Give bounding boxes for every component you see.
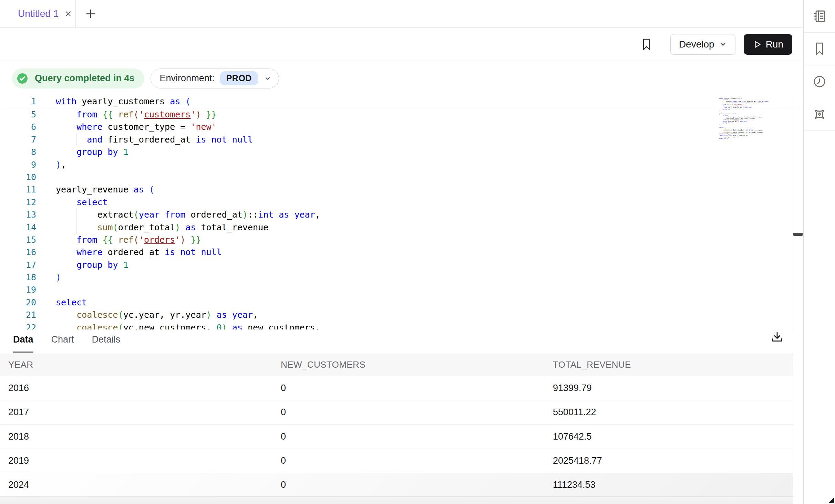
code-text: select [56,196,108,209]
table-cell: 107642.5 [553,431,793,442]
code-text: group by 1 [56,259,128,271]
sidebar-item-history[interactable] [804,65,835,98]
code-line[interactable]: 13 extract(year from ordered_at)::int as… [0,209,803,221]
check-circle-icon [16,72,29,85]
code-text: extract(year from ordered_at)::int as ye… [56,209,320,221]
table-cell: 2018 [8,431,281,442]
download-button[interactable] [771,330,784,343]
status-row: Query completed in 4s Environment: PROD [0,61,803,95]
chevron-down-icon [264,75,271,82]
code-line[interactable]: 11yearly_revenue as ( [0,183,803,196]
code-line[interactable]: 14 sum(order_total) as total_revenue [0,221,803,234]
line-number: 12 [0,196,36,209]
code-text: coalesce(yc.year, yr.year) as year, [56,309,258,321]
line-number: 14 [0,221,36,234]
line-number: 1 [0,95,36,108]
sidebar-item-bookmarks[interactable] [804,33,835,65]
bookmark-icon [641,38,652,51]
plus-icon [85,8,96,20]
line-number: 19 [0,284,36,296]
code-text: coalesce(yc.new_customers, 0) as new_cus… [56,322,320,329]
column-header: YEAR [8,359,281,370]
code-line[interactable]: 18) [0,271,803,284]
code-line[interactable]: 17 group by 1 [0,259,803,271]
table-cell: 91399.79 [553,383,793,393]
vertical-scrollbar-thumb[interactable] [793,233,803,236]
code-line[interactable]: 7 and first_ordered_at is not null [0,134,803,146]
minimap-content: with yearly_customers as ( select extrac… [719,97,770,139]
line-number: 7 [0,134,36,146]
table-row[interactable]: 2016091399.79 [0,376,793,400]
sidebar-item-notebook[interactable] [804,0,835,33]
line-number: 9 [0,159,36,171]
code-text: sum(order_total) as total_revenue [56,221,268,234]
query-status-badge: Query completed in 4s [12,69,144,88]
new-tab-button[interactable] [85,8,96,20]
close-icon[interactable] [64,10,72,18]
code-line[interactable]: 8 group by 1 [0,146,803,158]
code-text: select [56,296,87,309]
tab-untitled-1[interactable]: Untitled 1 [0,0,76,28]
environment-label: Environment: [160,73,215,84]
line-number: 20 [0,296,36,309]
code-line[interactable]: 6 where customer_type = 'new' [0,121,803,133]
run-button[interactable]: Run [744,34,792,55]
line-number: 5 [0,108,36,121]
table-cell: 0 [281,383,553,393]
bookmark-button[interactable] [641,38,652,51]
results-tabs: DataChartDetails [0,329,138,353]
line-number: 21 [0,309,36,321]
editor-scroll-gutter-border [793,95,793,329]
table-cell: 2016 [8,383,281,393]
develop-dropdown[interactable]: Develop [670,34,735,55]
sidebar-item-lineage[interactable] [804,98,835,131]
line-number: 15 [0,234,36,246]
results-tab-data[interactable]: Data [13,329,33,353]
table-cell: 0 [281,407,553,418]
tab-title: Untitled 1 [18,8,59,19]
resize-grip[interactable] [828,497,834,503]
table-row[interactable]: 20170550011.22 [0,400,793,424]
minimap-line: order by 1 [719,138,770,139]
environment-selector[interactable]: Environment: PROD [151,69,279,88]
results-tab-chart[interactable]: Chart [51,329,74,353]
results-panel: DataChartDetails YEARNEW_CUSTOMERSTOTAL_… [0,329,803,504]
table-row[interactable]: 20180107642.5 [0,425,793,449]
horizontal-scrollbar[interactable] [0,496,793,504]
code-line[interactable]: 20select [0,296,803,309]
code-line[interactable]: 16 where ordered_at is not null [0,246,803,259]
sticky-scroll-line[interactable]: 1with yearly_customers as ( [0,95,803,108]
main-area: Untitled 1 Develop [0,0,803,504]
line-number: 8 [0,146,36,158]
code-line[interactable]: 5 from {{ ref('customers') }} [0,108,803,121]
code-line[interactable]: 1with yearly_customers as ( [0,95,803,108]
history-icon [813,75,826,88]
chevron-down-icon [719,41,727,48]
tab-bar: Untitled 1 [0,0,803,28]
download-icon [771,330,784,343]
bookmark-icon [813,42,826,56]
line-number: 13 [0,209,36,221]
code-line[interactable]: 9), [0,159,803,171]
code-line[interactable]: 15 from {{ ref('orders') }} [0,234,803,246]
code-text: where customer_type = 'new' [56,121,217,133]
code-line[interactable]: 10 [0,171,803,183]
code-text: with yearly_customers as ( [56,95,190,108]
develop-label: Develop [679,39,714,50]
code-text: ) [56,271,61,284]
table-cell: 0 [281,431,553,442]
table-cell: 0 [281,480,553,490]
line-number: 10 [0,171,36,183]
code-editor[interactable]: 5 from {{ ref('customers') }}6 where cus… [0,95,803,329]
code-line[interactable]: 22 coalesce(yc.new_customers, 0) as new_… [0,322,803,329]
table-row[interactable]: 201902025418.77 [0,449,793,473]
table-header-row: YEARNEW_CUSTOMERSTOTAL_REVENUE [0,353,793,376]
results-tab-details[interactable]: Details [92,329,121,353]
line-number: 16 [0,246,36,259]
code-line[interactable]: 12 select [0,196,803,209]
code-text: ), [56,159,66,171]
code-line[interactable]: 21 coalesce(yc.year, yr.year) as year, [0,309,803,321]
table-row[interactable]: 20240111234.53 [0,473,793,497]
minimap[interactable]: with yearly_customers as ( select extrac… [719,97,771,147]
code-line[interactable]: 19 [0,284,803,296]
